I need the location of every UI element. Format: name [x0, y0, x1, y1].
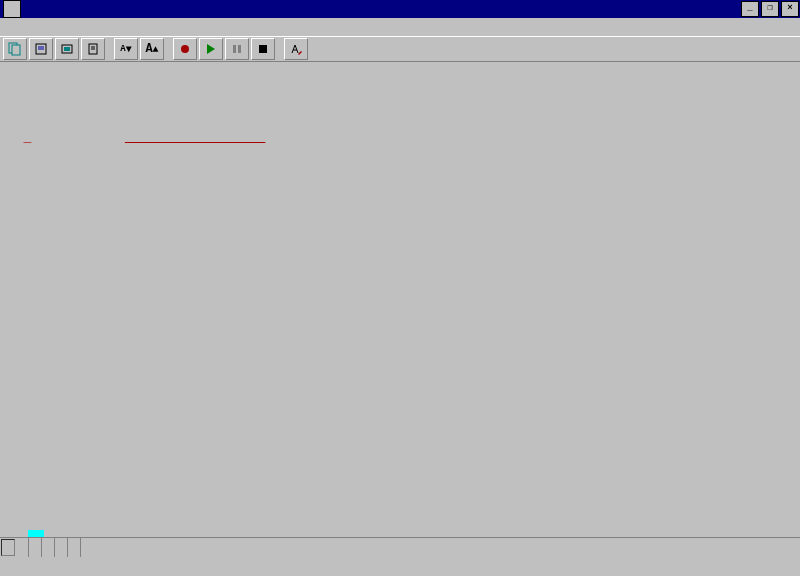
record-button[interactable]: [173, 38, 197, 60]
svg-rect-1: [12, 45, 20, 55]
menu-view[interactable]: [28, 25, 42, 29]
tool-4[interactable]: [81, 38, 105, 60]
pause-button[interactable]: [225, 38, 249, 60]
tool-2[interactable]: [29, 38, 53, 60]
menu-edit[interactable]: [14, 25, 28, 29]
tool-1[interactable]: [3, 38, 27, 60]
minimize-button[interactable]: _: [741, 1, 759, 17]
menu-macro[interactable]: [56, 25, 70, 29]
svg-rect-6: [64, 47, 70, 51]
menu-tools[interactable]: [42, 25, 56, 29]
kon-input[interactable]: _: [23, 130, 31, 145]
tool-3[interactable]: [55, 38, 79, 60]
menu-transfer[interactable]: [70, 25, 84, 29]
menu-workspace[interactable]: [84, 25, 98, 29]
play-button[interactable]: [199, 38, 223, 60]
status-bar: [0, 537, 800, 557]
status-proto: [29, 538, 42, 557]
maximize-button[interactable]: ❐: [761, 1, 779, 17]
toolbar: A▼ A▲: [0, 36, 800, 62]
menu-help[interactable]: [98, 25, 112, 29]
adress-pad: [125, 130, 265, 145]
status-app: [16, 538, 29, 557]
terminal-area[interactable]: _: [0, 62, 800, 557]
run-icon[interactable]: [284, 38, 308, 60]
tool-font-inc[interactable]: A▲: [140, 38, 164, 60]
status-conn: [1, 539, 15, 556]
status-host: [42, 538, 55, 557]
close-button[interactable]: ×: [781, 1, 799, 17]
stop-button[interactable]: [251, 38, 275, 60]
menu-session[interactable]: [0, 25, 14, 29]
tool-font-dec[interactable]: A▼: [114, 38, 138, 60]
status-port: [55, 538, 68, 557]
valj-nr-input[interactable]: [16, 470, 32, 485]
system-menu-icon[interactable]: [3, 0, 21, 18]
menu-bar: [0, 18, 800, 36]
status-api: [68, 538, 81, 557]
